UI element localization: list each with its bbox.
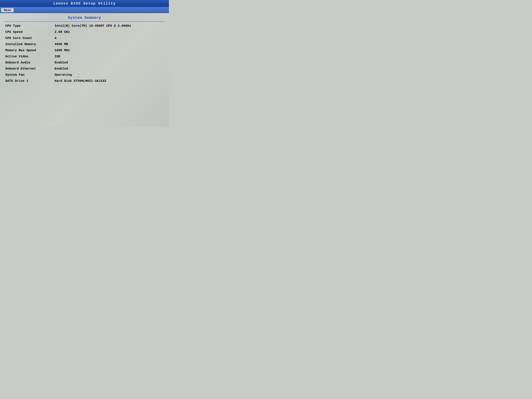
row-value: Operating bbox=[49, 73, 72, 77]
table-row: System FanOperating bbox=[4, 73, 165, 78]
table-row: SATA Drive 1Hard Disk ST500LM021-1KJ152 bbox=[4, 79, 165, 84]
row-label: CPU Speed bbox=[4, 30, 49, 34]
row-value: Enabled bbox=[49, 61, 68, 64]
row-label: Active Video bbox=[4, 55, 49, 58]
table-row: Memory Bus Speed1600 MHz bbox=[4, 49, 165, 53]
row-value: Hard Disk ST500LM021-1KJ152 bbox=[49, 79, 106, 83]
row-value: 4096 MB bbox=[49, 42, 68, 46]
table-row: CPU Speed2.60 GHz bbox=[4, 30, 165, 35]
row-label: CPU Type bbox=[4, 24, 49, 28]
title-divider bbox=[4, 21, 165, 22]
title-bar: Lenovo BIOS Setup Utility bbox=[0, 0, 169, 7]
table-row: CPU TypeIntel(R) Core(TM) i5-4590T CPU @… bbox=[4, 24, 165, 29]
title-bar-text: Lenovo BIOS Setup Utility bbox=[53, 1, 116, 6]
table-row: CPU Core Count4 bbox=[4, 36, 165, 41]
mouse-cursor bbox=[77, 74, 80, 77]
table-row: Installed Memory4096 MB bbox=[4, 42, 165, 47]
svg-marker-0 bbox=[77, 74, 79, 77]
row-value: 2.60 GHz bbox=[49, 30, 70, 34]
row-value: 1600 MHz bbox=[49, 49, 70, 52]
table-row: Active VideoIGD bbox=[4, 55, 165, 59]
row-value: Intel(R) Core(TM) i5-4590T CPU @ 2.00GHz bbox=[49, 24, 131, 28]
row-value: Enabled bbox=[49, 67, 68, 70]
section-title: System Summary bbox=[4, 16, 165, 20]
row-label: Installed Memory bbox=[4, 42, 49, 46]
content-area: System Summary CPU TypeIntel(R) Core(TM)… bbox=[0, 13, 169, 88]
row-label: System Fan bbox=[4, 73, 49, 77]
row-value: IGD bbox=[49, 55, 60, 58]
row-label: Onboard Audio bbox=[4, 61, 49, 64]
row-label: Memory Bus Speed bbox=[4, 49, 49, 52]
table-row: Onboard EthernetEnabled bbox=[4, 67, 165, 72]
row-label: CPU Core Count bbox=[4, 36, 49, 40]
tab-main[interactable]: Main bbox=[1, 8, 14, 12]
table-row: Onboard AudioEnabled bbox=[4, 61, 165, 66]
row-value: 4 bbox=[49, 36, 56, 40]
info-table: CPU TypeIntel(R) Core(TM) i5-4590T CPU @… bbox=[4, 24, 165, 84]
tab-bar: Main bbox=[0, 7, 169, 12]
bios-screen: Lenovo BIOS Setup Utility Main System Su… bbox=[0, 0, 169, 127]
row-label: SATA Drive 1 bbox=[4, 79, 49, 83]
row-label: Onboard Ethernet bbox=[4, 67, 49, 70]
